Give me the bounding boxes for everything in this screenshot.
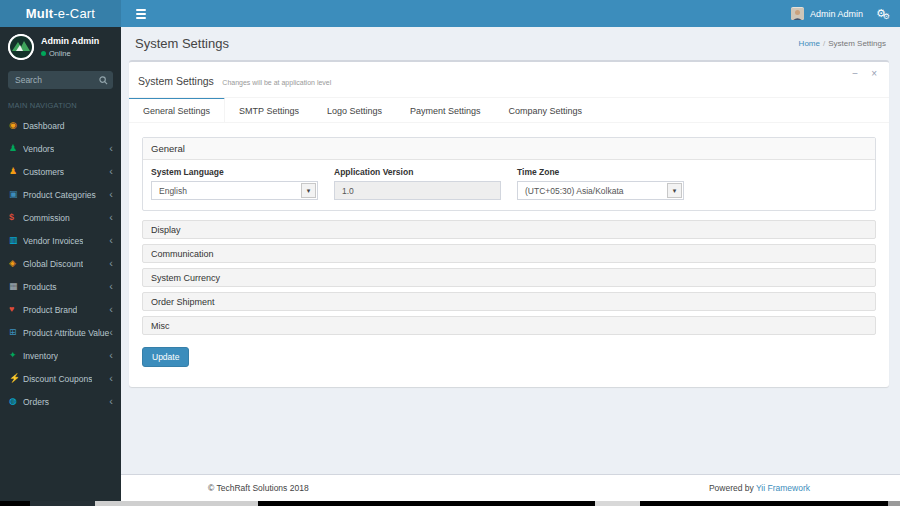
chevron-left-icon: ‹: [109, 258, 113, 269]
brand-logo[interactable]: Mult-e-Cart: [0, 0, 121, 27]
time-zone-value: (UTC+05:30) Asia/Kolkata: [525, 186, 624, 196]
section-order-shipment[interactable]: Order Shipment: [142, 292, 876, 311]
chevron-left-icon: ‹: [109, 304, 113, 315]
system-language-select[interactable]: English ▾: [151, 181, 318, 200]
top-navbar: Mult-e-Cart Admin Admin ⚙ ⚙: [0, 0, 900, 27]
product-categories-icon: ▣: [9, 190, 23, 199]
chevron-left-icon: ‹: [109, 235, 113, 246]
breadcrumb-home-link[interactable]: Home: [799, 39, 820, 48]
breadcrumb: Home/System Settings: [799, 39, 886, 48]
orders-icon: ◍: [9, 397, 23, 406]
search-button[interactable]: [94, 72, 112, 88]
search-icon: [99, 76, 108, 85]
dashboard-icon: ◉: [9, 121, 23, 130]
powered-by: Powered by Yii Framework: [709, 483, 810, 493]
user-menu[interactable]: Admin Admin: [782, 0, 872, 27]
sidebar-item-global-discount[interactable]: ◈ Global Discount ‹: [0, 252, 121, 275]
sidebar-item-inventory[interactable]: ✦ Inventory ‹: [0, 344, 121, 367]
collapse-button[interactable]: −: [852, 69, 858, 79]
tab-company-settings[interactable]: Company Settings: [495, 97, 597, 122]
control-sidebar-toggle-button[interactable]: ⚙ ⚙: [872, 0, 900, 27]
chevron-down-icon: ▾: [301, 183, 316, 198]
heart-icon: ♥: [9, 305, 23, 314]
sidebar-item-product-attribute-values[interactable]: ⊞ Product Attribute Values ‹: [0, 321, 121, 344]
topbar: Admin Admin ⚙ ⚙: [121, 0, 900, 27]
sidebar-item-products[interactable]: ▦ Products ‹: [0, 275, 121, 298]
tab-smtp-settings[interactable]: SMTP Settings: [225, 97, 313, 122]
section-communication[interactable]: Communication: [142, 244, 876, 263]
chevron-left-icon: ‹: [109, 212, 113, 223]
bolt-icon: ⚡: [9, 374, 23, 383]
content-wrapper: System Settings Home/System Settings Sys…: [121, 27, 900, 474]
close-button[interactable]: ×: [871, 69, 877, 79]
customers-icon: ♟: [9, 167, 23, 176]
sidebar-item-customers[interactable]: ♟ Customers ‹: [0, 160, 121, 183]
sidebar-user-panel: Admin Admin Online: [0, 27, 121, 66]
page-title: System Settings: [135, 36, 886, 51]
vendor-invoices-icon: ▥: [9, 236, 23, 245]
inventory-icon: ✦: [9, 351, 23, 360]
chevron-left-icon: ‹: [109, 143, 113, 154]
section-display[interactable]: Display: [142, 220, 876, 239]
update-button[interactable]: Update: [142, 347, 189, 367]
box-title: System Settings: [138, 75, 214, 87]
chevron-left-icon: ‹: [109, 350, 113, 361]
global-discount-icon: ◈: [9, 259, 23, 268]
sidebar-item-vendor-invoices[interactable]: ▥ Vendor Invoices ‹: [0, 229, 121, 252]
hamburger-icon: [136, 9, 146, 11]
logo-rest: -e-Cart: [53, 6, 95, 21]
time-zone-select[interactable]: (UTC+05:30) Asia/Kolkata ▾: [517, 181, 684, 200]
sidebar-user-name: Admin Admin: [41, 36, 99, 46]
section-misc[interactable]: Misc: [142, 316, 876, 335]
settings-tabs: General Settings SMTP Settings Logo Sett…: [129, 98, 889, 123]
application-version-value: 1.0: [342, 186, 354, 196]
application-version-label: Application Version: [334, 167, 501, 177]
general-section-header[interactable]: General: [143, 138, 875, 160]
chevron-left-icon: ‹: [109, 396, 113, 407]
chevron-left-icon: ‹: [109, 166, 113, 177]
sidebar-item-dashboard[interactable]: ◉ Dashboard: [0, 114, 121, 137]
field-application-version: Application Version 1.0: [326, 167, 509, 200]
navbar-user-name: Admin Admin: [810, 9, 863, 19]
system-language-value: English: [159, 186, 187, 196]
field-time-zone: Time Zone (UTC+05:30) Asia/Kolkata ▾: [509, 167, 692, 200]
chevron-left-icon: ‹: [109, 327, 113, 338]
tab-payment-settings[interactable]: Payment Settings: [396, 97, 495, 122]
search-input[interactable]: [9, 72, 94, 88]
user-status[interactable]: Online: [41, 49, 99, 58]
main-footer: © TechRaft Solutions 2018 Powered by Yii…: [121, 474, 900, 501]
yii-framework-link[interactable]: Yii Framework: [756, 483, 810, 493]
box-subtitle: Changes will be at application level: [222, 79, 331, 86]
products-icon: ▦: [9, 282, 23, 291]
box-header: System Settings Changes will be at appli…: [129, 62, 889, 98]
general-section-panel: General System Language English ▾: [142, 137, 876, 211]
tab-logo-settings[interactable]: Logo Settings: [313, 97, 396, 122]
chevron-left-icon: ‹: [109, 189, 113, 200]
tab-general-settings[interactable]: General Settings: [129, 97, 225, 122]
user-avatar-icon: [791, 7, 804, 20]
chevron-left-icon: ‹: [109, 373, 113, 384]
plus-square-icon: ⊞: [9, 328, 23, 337]
sidebar-item-discount-coupons[interactable]: ⚡ Discount Coupons ‹: [0, 367, 121, 390]
chevron-down-icon: ▾: [667, 183, 682, 198]
bottom-edge-strip: [0, 501, 900, 506]
sidebar-item-orders[interactable]: ◍ Orders ‹: [0, 390, 121, 413]
section-system-currency[interactable]: System Currency: [142, 268, 876, 287]
sidebar: Admin Admin Online MAIN NAVIGATION ◉ Das…: [0, 27, 121, 501]
sidebar-item-commission[interactable]: $ Commission ‹: [0, 206, 121, 229]
tab-content-general: General System Language English ▾: [129, 123, 889, 367]
sidebar-avatar: [8, 34, 34, 60]
breadcrumb-separator: /: [823, 39, 825, 48]
breadcrumb-current: System Settings: [828, 39, 886, 48]
sidebar-search: [8, 71, 113, 89]
copyright-text: © TechRaft Solutions 2018: [208, 483, 309, 493]
sidebar-item-vendors[interactable]: ♟ Vendors ‹: [0, 137, 121, 160]
system-language-label: System Language: [151, 167, 318, 177]
content-header: System Settings Home/System Settings: [121, 27, 900, 51]
application-version-input: 1.0: [334, 181, 501, 200]
online-dot-icon: [41, 51, 46, 56]
time-zone-label: Time Zone: [517, 167, 684, 177]
sidebar-item-product-categories[interactable]: ▣ Product Categories ‹: [0, 183, 121, 206]
sidebar-item-product-brand[interactable]: ♥ Product Brand ‹: [0, 298, 121, 321]
sidebar-toggle-button[interactable]: [132, 5, 150, 23]
